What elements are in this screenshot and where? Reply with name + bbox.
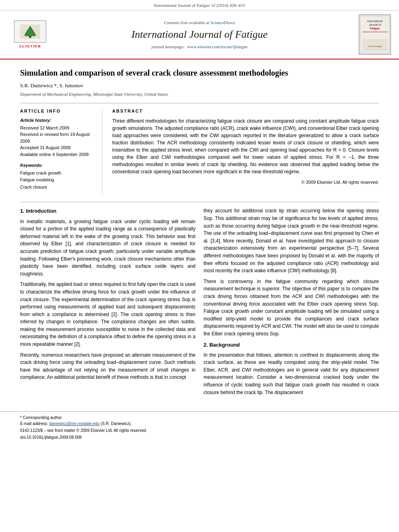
homepage-link[interactable]: www.elsevier.com/locate/ijfatigue xyxy=(187,44,247,49)
abstract-text: Three different methodologies for charac… xyxy=(112,117,379,175)
copyright-line: © 2009 Elsevier Ltd. All rights reserved… xyxy=(112,179,379,185)
abstract-heading: ABSTRACT xyxy=(112,108,379,114)
main-content: Simulation and comparison of several cra… xyxy=(0,60,399,407)
elsevier-logo-box xyxy=(14,21,46,43)
section1-col2-para2: There is controversy in the fatigue comm… xyxy=(204,278,379,338)
section1-para1: In metallic materials, a growing fatigue… xyxy=(20,218,195,278)
contents-available-text: Contents lists available at xyxy=(164,20,209,25)
authors-line: S.R. Daniewicz *, S. Ismonov xyxy=(20,82,379,89)
section1-col2-para1: they account for additional crack tip st… xyxy=(204,207,379,274)
section1-heading: 1. Introduction xyxy=(20,207,195,215)
section1-para2: Traditionally, the applied load or stres… xyxy=(20,281,195,348)
footnote-corresponding-text: * Corresponding author. xyxy=(20,415,63,420)
article-info-section: ARTICLE INFO Article history: Received 1… xyxy=(20,108,93,195)
keyword-2: Fatigue modeling xyxy=(20,177,93,184)
homepage-label: journal homepage: xyxy=(151,44,184,49)
elsevier-wordmark: ELSEVIER xyxy=(19,44,41,49)
journal-homepage-line: journal homepage: www.elsevier.com/locat… xyxy=(52,44,347,50)
affiliation-line: Department of Mechanical Engineering, Mi… xyxy=(20,91,379,97)
journal-issue-info: International Journal of Fatigue 32 (201… xyxy=(154,3,245,8)
top-bar: International Journal of Fatigue 32 (201… xyxy=(0,0,399,10)
keyword-1: Fatigue crack growth xyxy=(20,170,93,177)
svg-text:Cover Image: Cover Image xyxy=(368,45,382,47)
journal-header: ELSEVIER Contents lists available at Sci… xyxy=(0,10,399,60)
elsevier-logo: ELSEVIER xyxy=(8,21,52,49)
right-column: they account for additional crack tip st… xyxy=(204,207,379,399)
article-history-label: Article history: xyxy=(20,117,93,123)
email-suffix: (S.R. Daniewicz). xyxy=(101,421,132,426)
svg-text:Journal of: Journal of xyxy=(369,23,381,26)
journal-title: International Journal of Fatigue xyxy=(52,27,347,42)
sciencedirect-link[interactable]: ScienceDirect xyxy=(210,20,235,25)
journal-header-right: International Journal of Fatigue Cover I… xyxy=(347,14,391,55)
footnote-corresponding: * Corresponding author. xyxy=(20,415,379,421)
authors-text: S.R. Daniewicz *, S. Ismonov xyxy=(20,82,83,88)
journal-header-center: Contents lists available at ScienceDirec… xyxy=(52,20,347,50)
svg-rect-9 xyxy=(362,32,387,32)
left-column: 1. Introduction In metallic materials, a… xyxy=(20,207,195,399)
article-body: ARTICLE INFO Article history: Received 1… xyxy=(20,103,379,195)
sciencedirect-line: Contents lists available at ScienceDirec… xyxy=(52,20,347,26)
article-title: Simulation and comparison of several cra… xyxy=(20,68,379,78)
article-history-block: Article history: Received 12 March 2009 … xyxy=(20,117,93,158)
email-link[interactable]: daniewicz@me.msstate.edu xyxy=(49,421,99,426)
two-column-body: 1. Introduction In metallic materials, a… xyxy=(20,202,379,399)
section2-heading: 2. Background xyxy=(204,341,379,349)
keywords-list: Fatigue crack growth Fatigue modeling Cr… xyxy=(20,170,93,191)
footer-issn: 0142-1123/$ – see front matter © 2009 El… xyxy=(20,427,379,433)
section1-para3: Recently, numerous researchers have prop… xyxy=(20,351,195,381)
section2-col2-para1: In the presentation that follows, attent… xyxy=(204,351,379,396)
received-revised-date: Received in revised form 19 August 2009 xyxy=(20,131,93,144)
footer-doi: doi:10.1016/j.ijfatigue.2009.08.008 xyxy=(20,434,379,440)
abstract-section: ABSTRACT Three different methodologies f… xyxy=(112,108,379,195)
keywords-label: Keywords: xyxy=(20,162,93,168)
available-online-date: Available online 4 September 2009 xyxy=(20,151,93,158)
received-date: Received 12 March 2009 xyxy=(20,125,93,131)
keywords-block: Keywords: Fatigue crack growth Fatigue m… xyxy=(20,162,93,191)
svg-text:International: International xyxy=(367,20,383,23)
info-abstract-divider xyxy=(102,108,103,195)
footnote-email-line: E-mail address: daniewicz@me.msstate.edu… xyxy=(20,421,379,427)
footer: * Corresponding author. E-mail address: … xyxy=(0,411,399,440)
svg-text:Fatigue: Fatigue xyxy=(370,27,380,30)
journal-header-left: ELSEVIER xyxy=(8,21,52,49)
accepted-date: Accepted 31 August 2009 xyxy=(20,144,93,151)
keyword-3: Crack closure xyxy=(20,184,93,191)
email-label: E-mail address: xyxy=(20,421,48,426)
journal-cover-thumbnail: International Journal of Fatigue Cover I… xyxy=(359,14,391,55)
article-info-heading: ARTICLE INFO xyxy=(20,108,93,114)
